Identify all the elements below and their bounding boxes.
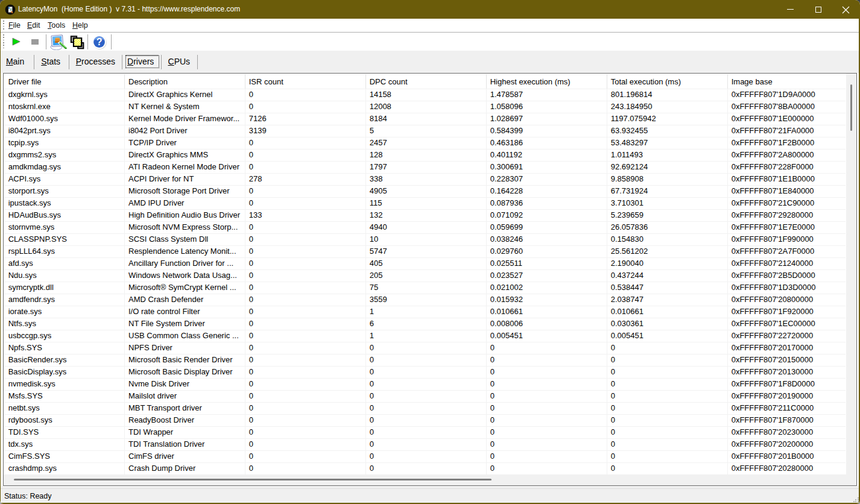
svg-text:?: ? [96,36,103,46]
